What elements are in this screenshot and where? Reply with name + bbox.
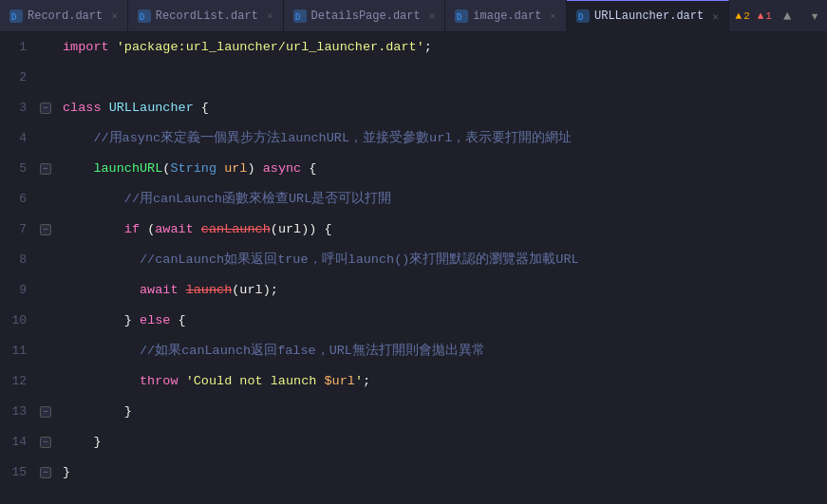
line-content-6: //用canLaunch函數來檢查URL是否可以打開: [55, 184, 827, 215]
line-content-8: //canLaunch如果返回true，呼叫launch()來打開默認的瀏覽器加…: [55, 245, 827, 275]
code-editor: 1 import 'package:url_launcher/url_launc…: [0, 32, 827, 504]
fold-icon-5[interactable]: −: [40, 163, 51, 175]
warning-badge: ▲ 2: [736, 10, 750, 22]
code-line-3: 3 − class URLLauncher {: [0, 93, 827, 123]
code-line-13: 13 − }: [0, 397, 827, 427]
gutter-3[interactable]: −: [36, 103, 55, 114]
error-count: 1: [765, 10, 772, 22]
error-badge: ▲ 1: [758, 10, 772, 22]
line-content-5: launchURL(String url) async {: [55, 154, 827, 184]
code-line-5: 5 − launchURL(String url) async {: [0, 154, 827, 184]
line-content-3: class URLLauncher {: [55, 93, 827, 123]
fold-icon-7[interactable]: −: [40, 224, 51, 235]
tab-image[interactable]: D image.dart ✕: [445, 0, 567, 32]
fold-icon-13[interactable]: −: [40, 406, 51, 418]
line-number-4: 4: [0, 123, 36, 154]
svg-text:D: D: [11, 12, 16, 22]
code-line-10: 10 } else {: [0, 306, 827, 336]
tab-detailspage[interactable]: D DetailsPage.dart ✕: [284, 0, 446, 32]
line-number-10: 10: [0, 306, 36, 336]
code-line-4: 4 //用async來定義一個異步方法launchURL，並接受參數url，表示…: [0, 123, 827, 154]
chevron-up-icon[interactable]: ▲: [780, 9, 795, 24]
tab-urllauncher-close[interactable]: ✕: [712, 10, 719, 23]
line-number-6: 6: [0, 184, 36, 215]
line-content-9: await launch(url);: [55, 275, 827, 306]
line-content-11: //如果canLaunch返回false，URL無法打開則會拋出異常: [55, 336, 827, 366]
tab-overflow-button[interactable]: ▾: [802, 0, 827, 32]
line-content-1: import 'package:url_launcher/url_launche…: [55, 32, 827, 63]
line-content-4: //用async來定義一個異步方法launchURL，並接受參數url，表示要打…: [55, 123, 827, 154]
tab-urllauncher-label: URLLauncher.dart: [594, 9, 704, 23]
line-number-2: 2: [0, 63, 36, 93]
line-number-14: 14: [0, 427, 36, 457]
tab-record-close[interactable]: ✕: [111, 9, 118, 22]
tab-record-label: Record.dart: [28, 9, 103, 23]
header-right: ▲ 2 ▲ 1 ▲: [736, 9, 803, 24]
gutter-14[interactable]: −: [36, 437, 55, 448]
tab-detailspage-close[interactable]: ✕: [429, 9, 436, 22]
line-content-15: }: [55, 457, 827, 488]
tab-recordlist-close[interactable]: ✕: [267, 9, 273, 22]
line-content-12: throw 'Could not launch $url';: [55, 366, 827, 397]
tab-image-label: image.dart: [473, 9, 541, 23]
line-number-7: 7: [0, 215, 36, 245]
line-number-3: 3: [0, 93, 36, 123]
error-triangle-icon: ▲: [758, 10, 764, 22]
tab-recordlist-label: RecordList.dart: [156, 9, 258, 23]
line-content-13: }: [55, 397, 827, 427]
line-number-11: 11: [0, 336, 36, 366]
line-number-9: 9: [0, 275, 36, 306]
fold-icon-3[interactable]: −: [40, 103, 51, 114]
tab-bar: D Record.dart ✕ D RecordList.dart ✕ D De…: [0, 0, 827, 32]
line-content-14: }: [55, 427, 827, 457]
fold-icon-14[interactable]: −: [40, 437, 51, 448]
tab-detailspage-label: DetailsPage.dart: [311, 9, 421, 23]
line-number-1: 1: [0, 32, 36, 63]
code-line-2: 2: [0, 63, 827, 93]
line-content-7: if (await canLaunch(url)) {: [55, 215, 827, 245]
gutter-13[interactable]: −: [36, 406, 55, 418]
line-content-10: } else {: [55, 306, 827, 336]
svg-text:D: D: [295, 12, 300, 22]
line-number-15: 15: [0, 457, 36, 488]
gutter-5[interactable]: −: [36, 163, 55, 175]
line-number-12: 12: [0, 366, 36, 397]
tab-record[interactable]: D Record.dart ✕: [0, 0, 128, 32]
code-line-6: 6 //用canLaunch函數來檢查URL是否可以打開: [0, 184, 827, 215]
code-line-11: 11 //如果canLaunch返回false，URL無法打開則會拋出異常: [0, 336, 827, 366]
warning-triangle-icon: ▲: [736, 10, 742, 22]
warning-count: 2: [743, 10, 750, 22]
code-line-1: 1 import 'package:url_launcher/url_launc…: [0, 32, 827, 63]
fold-icon-15[interactable]: −: [40, 467, 51, 478]
svg-text:D: D: [140, 12, 144, 22]
code-line-15: 15 − }: [0, 457, 827, 488]
gutter-15[interactable]: −: [36, 467, 55, 478]
svg-text:D: D: [578, 12, 583, 22]
line-number-8: 8: [0, 245, 36, 275]
code-line-12: 12 throw 'Could not launch $url';: [0, 366, 827, 397]
line-number-13: 13: [0, 397, 36, 427]
code-line-9: 9 await launch(url);: [0, 275, 827, 306]
code-line-14: 14 − }: [0, 427, 827, 457]
line-number-5: 5: [0, 154, 36, 184]
code-line-7: 7 − if (await canLaunch(url)) {: [0, 215, 827, 245]
svg-text:D: D: [457, 12, 461, 22]
tab-recordlist[interactable]: D RecordList.dart ✕: [128, 0, 284, 32]
code-line-8: 8 //canLaunch如果返回true，呼叫launch()來打開默認的瀏覽…: [0, 245, 827, 275]
gutter-7[interactable]: −: [36, 224, 55, 235]
tab-image-close[interactable]: ✕: [550, 9, 556, 22]
tab-urllauncher[interactable]: D URLLauncher.dart ✕: [567, 0, 729, 32]
